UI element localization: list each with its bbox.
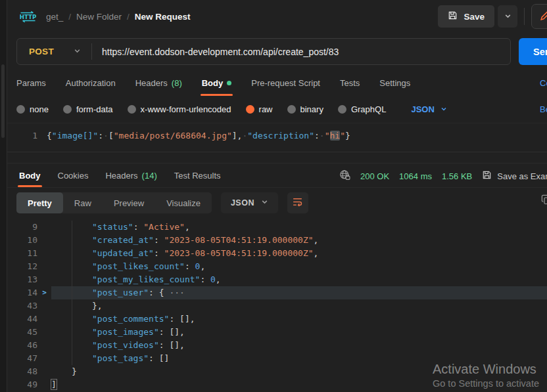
tab-count-badge: (14): [142, 171, 157, 181]
breadcrumb-request-name: New Request: [135, 12, 191, 22]
radio-icon: [287, 105, 296, 114]
body-mode-graphql[interactable]: GraphQL: [338, 104, 386, 114]
cookies-link[interactable]: Cookies: [540, 78, 547, 88]
code-line-content: },: [51, 299, 547, 313]
tab-body[interactable]: Body: [201, 70, 233, 96]
body-mode-label: binary: [300, 104, 323, 114]
code-token: ···: [164, 288, 185, 297]
code-line-content: ]: [51, 378, 547, 391]
view-tab-visualize[interactable]: Visualize: [155, 192, 212, 213]
tab-params[interactable]: Params: [15, 70, 47, 96]
send-button[interactable]: Send: [519, 38, 547, 65]
code-line-10: 10"created_at": "2023-08-05T04:51:19.000…: [7, 234, 547, 247]
tab-authorization[interactable]: Authorization: [64, 70, 117, 96]
view-tab-preview[interactable]: Preview: [103, 192, 155, 213]
code-token: ]: [51, 380, 57, 389]
indent-guide: [51, 273, 72, 286]
code-token: ·: [320, 131, 325, 141]
wrap-lines-icon: [292, 196, 303, 209]
save-as-example-button[interactable]: Save as Example: [482, 170, 547, 182]
collapsed-sidebar-strip: [0, 0, 7, 392]
tab-settings[interactable]: Settings: [378, 70, 412, 96]
tab-headers[interactable]: Headers(8): [134, 70, 183, 96]
fold-gutter: [37, 299, 51, 313]
tab-tests[interactable]: Tests: [339, 70, 361, 96]
app-window: HTTP get_ / New Folder / New Request Sav…: [7, 0, 547, 392]
code-token: : []: [149, 353, 169, 363]
tab-label: Pre-request Script: [251, 78, 320, 88]
body-language-selector[interactable]: JSON: [411, 104, 446, 114]
tab-label: Headers: [135, 78, 168, 88]
radio-icon: [63, 105, 72, 114]
request-body-editor[interactable]: 1 {"image[]":·["media/post/668604.jpg"],…: [7, 123, 547, 152]
edit-button[interactable]: [531, 4, 547, 29]
code-line-content: "post_tags": []: [51, 352, 547, 365]
tab-label: Params: [16, 78, 46, 88]
code-token: },: [92, 301, 103, 311]
response-body-viewer[interactable]: 9"status": "Active",10"created_at": "202…: [7, 218, 547, 392]
body-mode-x-www-form-urlencoded[interactable]: x-www-form-urlencoded: [128, 104, 231, 114]
code-token: :: [154, 235, 164, 245]
url-value[interactable]: https://event.dodson-development.com/api…: [102, 47, 339, 57]
body-mode-label: none: [30, 104, 49, 114]
indent-guide: [51, 286, 72, 299]
tab-cookies[interactable]: Cookies: [57, 163, 90, 187]
indent-guide: [72, 352, 92, 365]
body-mode-form-data[interactable]: form-data: [63, 104, 113, 114]
method-selector[interactable]: POST: [17, 47, 91, 56]
code-line-content: }: [51, 365, 547, 378]
tab-headers[interactable]: Headers(14): [104, 163, 158, 187]
indent-guide: [72, 286, 92, 299]
method-label: POST: [29, 47, 54, 56]
tab-body[interactable]: Body: [18, 163, 42, 187]
code-line-48: 48}: [7, 365, 547, 378]
body-mode-binary[interactable]: binary: [287, 104, 323, 114]
view-tab-pretty[interactable]: Pretty: [16, 192, 63, 213]
beautify-link[interactable]: Beautify: [540, 104, 547, 114]
response-size[interactable]: 1.56 KB: [442, 171, 472, 181]
tab-label: Cookies: [58, 171, 89, 181]
fold-gutter: [37, 247, 51, 260]
tab-label: Body: [202, 78, 224, 88]
code-token: ,: [216, 274, 221, 284]
code-line-14: 14>"post_user": { ···: [7, 286, 547, 299]
tab-label: Authorization: [66, 78, 116, 88]
tab-test-results[interactable]: Test Results: [173, 163, 222, 187]
save-button[interactable]: Save: [438, 5, 494, 28]
line-number: 47: [7, 352, 37, 365]
radio-icon: [338, 105, 346, 114]
body-mode-none[interactable]: none: [16, 104, 49, 114]
response-time[interactable]: 1064 ms: [399, 171, 432, 181]
code-token: ·: [103, 131, 108, 141]
scrollbar-thumb[interactable]: [1, 64, 5, 138]
code-token: }: [345, 131, 350, 141]
url-input[interactable]: POST https://event.dodson-development.co…: [16, 38, 511, 65]
fold-arrow-icon[interactable]: >: [37, 286, 51, 299]
tab-pre-request-script[interactable]: Pre-request Script: [250, 70, 321, 96]
pane-divider-gap[interactable]: [7, 152, 547, 163]
copy-response-button[interactable]: [541, 194, 547, 207]
response-language-selector[interactable]: JSON: [221, 192, 278, 213]
fold-gutter: [37, 260, 51, 273]
body-mode-raw[interactable]: raw: [246, 104, 273, 114]
breadcrumb-folder[interactable]: New Folder: [76, 12, 122, 22]
response-status[interactable]: 200 OK: [360, 171, 389, 181]
save-dropdown-button[interactable]: [498, 5, 517, 28]
response-tabs-row: BodyCookiesHeaders(14)Test Results 200 O…: [7, 163, 547, 188]
wrap-lines-button[interactable]: [287, 192, 308, 213]
indent-guide: [72, 326, 92, 339]
indent-guide: [72, 299, 92, 313]
network-globe-lock-icon[interactable]: [339, 169, 350, 183]
line-number: 44: [7, 313, 37, 326]
code-token: 0: [210, 274, 216, 284]
breadcrumb-workspace[interactable]: get_: [46, 12, 63, 22]
radio-icon: [128, 105, 136, 114]
code-token: "created_at": [92, 235, 154, 245]
view-tab-raw[interactable]: Raw: [63, 192, 103, 213]
response-tabs: BodyCookiesHeaders(14)Test Results: [18, 163, 222, 187]
chevron-down-icon: [440, 104, 447, 114]
code-token: : [],: [169, 314, 195, 324]
body-mode-row: noneform-datax-www-form-urlencodedrawbin…: [7, 96, 547, 123]
code-token: "2023-08-05T04:51:19.000000Z": [164, 235, 314, 245]
indent-guide: [51, 339, 72, 352]
